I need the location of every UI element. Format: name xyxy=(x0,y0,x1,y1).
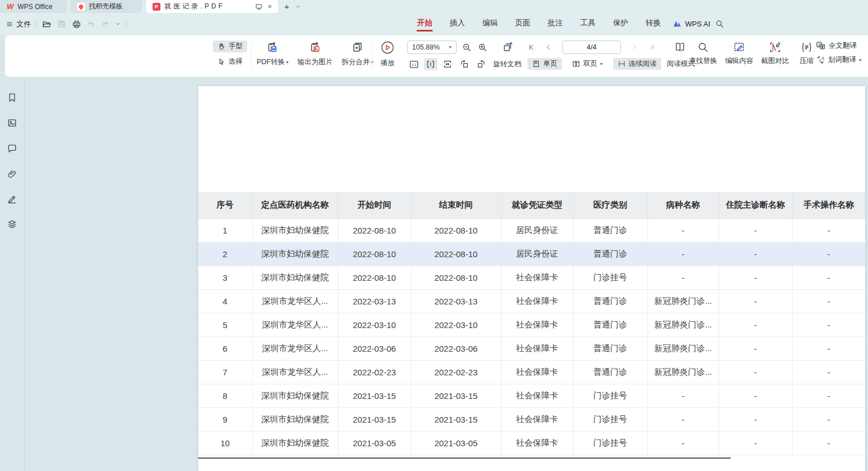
table-cell: 2022-08-10 xyxy=(338,218,411,242)
export-image-button[interactable]: 输出为图片 xyxy=(298,41,333,67)
screenshot-compare-button[interactable]: 截图对比 xyxy=(759,41,791,66)
zoom-level-select[interactable]: 105.88% ▾ xyxy=(407,41,457,54)
last-page-button[interactable] xyxy=(648,43,656,51)
fit-width-button[interactable] xyxy=(424,58,437,70)
rotate-left-icon[interactable] xyxy=(458,58,471,70)
save-icon[interactable] xyxy=(57,19,66,29)
table-cell: - xyxy=(719,384,792,407)
table-cell: 2022-03-13 xyxy=(411,289,501,313)
play-button[interactable]: 播放 xyxy=(380,40,395,68)
tab-comment[interactable]: 批注 xyxy=(547,16,563,32)
table-cell: 新冠肺炎门诊... xyxy=(647,289,719,313)
fit-page-button[interactable] xyxy=(441,58,454,70)
table-cell: 2021-03-15 xyxy=(338,384,411,407)
rotate-right-icon[interactable] xyxy=(475,58,488,70)
records-table: 序号定点医药机构名称开始时间结束时间就诊凭证类型医疗类别病种名称住院主诊断名称手… xyxy=(198,192,865,455)
table-cell: 居民身份证 xyxy=(501,218,573,242)
pdf-page[interactable]: 序号定点医药机构名称开始时间结束时间就诊凭证类型医疗类别病种名称住院主诊断名称手… xyxy=(198,86,865,471)
table-cell: - xyxy=(719,407,792,431)
edit-content-button[interactable]: 编辑内容 xyxy=(723,41,755,66)
table-cell: 社会保障卡 xyxy=(501,384,573,407)
document-area: 序号定点医药机构名称开始时间结束时间就诊凭证类型医疗类别病种名称住院主诊断名称手… xyxy=(0,77,868,471)
read-mode-book-icon[interactable] xyxy=(673,41,687,54)
screenshot-compare-label: 截图对比 xyxy=(761,56,789,66)
full-translate-label: 全文翻译 xyxy=(829,41,857,51)
table-cell: 深圳市龙华区人... xyxy=(252,360,338,384)
tab-edit[interactable]: 编辑 xyxy=(482,16,498,32)
find-replace-button[interactable]: 查找替换 xyxy=(687,41,719,66)
search-icon[interactable] xyxy=(715,19,724,29)
comment-icon[interactable] xyxy=(6,141,19,155)
compress-button[interactable]: 压缩 xyxy=(795,41,818,66)
tab-docer-templates[interactable]: 找稻壳模板 xyxy=(70,0,142,13)
actual-size-button[interactable]: 1:1 xyxy=(407,58,420,70)
table-header-cell: 定点医药机构名称 xyxy=(252,192,338,218)
zoom-out-icon[interactable] xyxy=(462,42,472,53)
chevron-down-icon: ▾ xyxy=(449,45,451,50)
table-cell: 3 xyxy=(198,266,252,289)
table-cell: - xyxy=(792,337,865,360)
single-page-button[interactable]: 单页 xyxy=(527,58,562,70)
tab-home[interactable]: 开始 xyxy=(417,16,433,32)
tab-tools[interactable]: 工具 xyxy=(580,16,596,32)
table-cell: 普通门诊 xyxy=(573,337,647,360)
table-cell: - xyxy=(647,266,719,289)
table-cell: 深圳市龙华区人... xyxy=(252,289,338,313)
edit-content-icon xyxy=(732,41,746,54)
table-cell: 社会保障卡 xyxy=(501,266,573,289)
pdf-file-icon: P xyxy=(153,3,160,11)
continuous-read-button[interactable]: 连续阅读 xyxy=(613,58,661,70)
new-tab-button[interactable]: + xyxy=(284,2,289,11)
table-cell: 2022-08-10 xyxy=(411,266,501,289)
thumbnail-icon[interactable] xyxy=(6,116,19,129)
fit-page-swap-icon[interactable] xyxy=(501,41,514,54)
hamburger-icon xyxy=(6,20,14,28)
tab-document-pdf[interactable]: P 就医记录.PDF × xyxy=(146,0,279,13)
prev-page-button[interactable] xyxy=(545,44,552,51)
first-page-button[interactable] xyxy=(527,43,535,51)
table-cell: 2021-03-15 xyxy=(411,384,501,407)
tab-protect[interactable]: 保护 xyxy=(612,16,629,32)
layers-icon[interactable] xyxy=(6,217,19,231)
table-cell: 社会保障卡 xyxy=(501,337,573,360)
hand-icon xyxy=(217,42,226,51)
zoom-in-icon[interactable] xyxy=(477,42,488,53)
bookmark-icon[interactable] xyxy=(6,91,19,104)
table-cell: 2022-08-10 xyxy=(338,242,411,266)
hand-tool-button[interactable]: 手型 xyxy=(213,41,247,52)
undo-icon[interactable] xyxy=(87,20,96,29)
table-row: 10深圳市妇幼保健院2021-03-052021-03-05社会保障卡门诊挂号-… xyxy=(198,431,865,455)
word-translate-button[interactable]: 文A 划词翻译 ▾ xyxy=(816,55,862,65)
close-tab-icon[interactable]: × xyxy=(267,3,272,10)
tab-insert[interactable]: 插入 xyxy=(449,16,466,32)
page-number-input[interactable] xyxy=(562,41,621,54)
next-page-button[interactable] xyxy=(632,44,638,51)
table-cell: 普通门诊 xyxy=(573,242,647,266)
signature-icon[interactable] xyxy=(6,192,19,205)
pdf-convert-button[interactable]: PDF转换▾ xyxy=(257,41,289,67)
tab-convert[interactable]: 转换 xyxy=(645,16,661,32)
monitor-icon[interactable] xyxy=(255,3,263,11)
cursor-icon xyxy=(217,57,226,66)
double-page-button[interactable]: 双页 ▾ xyxy=(567,58,607,70)
chevron-down-icon: ▾ xyxy=(859,58,862,62)
redo-icon[interactable] xyxy=(101,20,110,29)
table-header-cell: 开始时间 xyxy=(338,192,411,218)
window-tab-bar: W WPS Office 找稻壳模板 P 就医记录.PDF × + xyxy=(0,0,868,13)
open-folder-icon[interactable] xyxy=(42,19,52,29)
wps-ai-button[interactable]: WPS AI xyxy=(673,13,710,35)
divider xyxy=(251,43,252,69)
attachment-icon[interactable] xyxy=(6,167,19,180)
tab-page[interactable]: 页面 xyxy=(514,16,531,32)
split-merge-button[interactable]: 拆分合并▾ xyxy=(342,41,374,67)
full-translate-button[interactable]: A 全文翻译 xyxy=(816,41,862,51)
rotate-doc-label[interactable]: 旋转文档 xyxy=(493,60,521,69)
print-icon[interactable] xyxy=(71,19,82,29)
file-menu[interactable]: 文件 xyxy=(6,19,31,29)
select-tool-button[interactable]: 选择 xyxy=(213,56,247,68)
tab-wps-office[interactable]: W WPS Office xyxy=(0,0,67,13)
pdf-convert-label: PDF转换 xyxy=(257,57,285,67)
table-cell: 深圳市妇幼保健院 xyxy=(252,242,338,266)
tab-list-chevron-icon[interactable] xyxy=(295,4,301,10)
more-tools-chevron-icon[interactable] xyxy=(115,21,121,27)
